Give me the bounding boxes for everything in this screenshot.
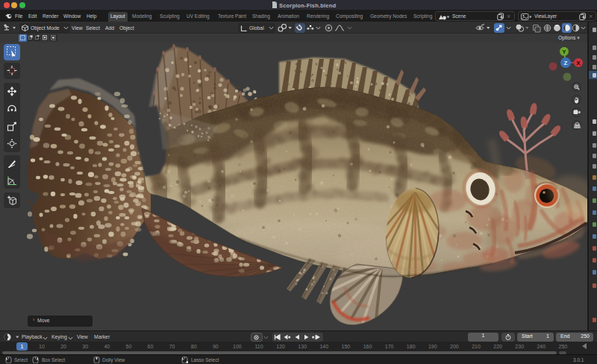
svg-text:Z: Z — [564, 60, 568, 66]
svg-text:X: X — [576, 60, 581, 66]
svg-text:Y: Y — [562, 48, 566, 55]
